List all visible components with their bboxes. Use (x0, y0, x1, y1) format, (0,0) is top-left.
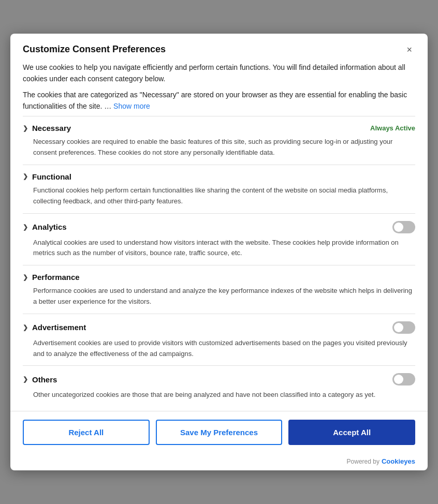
section-title-necessary: Necessary (32, 124, 71, 132)
chevron-icon-advertisement: ❯ (23, 324, 28, 331)
toggle-slider-others (392, 373, 415, 386)
chevron-icon-functional: ❯ (23, 173, 28, 180)
section-title-row-necessary: ❯ Necessary (23, 124, 71, 132)
section-header-performance[interactable]: ❯ Performance (23, 273, 415, 285)
toggle-wrapper-analytics[interactable] (392, 221, 415, 233)
section-title-others: Others (32, 375, 57, 384)
section-header-analytics[interactable]: ❯ Analytics (23, 221, 415, 236)
cookie-section-functional: ❯ Functional Functional cookies help per… (23, 165, 415, 213)
section-header-necessary[interactable]: ❯ Necessary Always Active (23, 124, 415, 136)
chevron-icon-necessary: ❯ (23, 125, 28, 132)
section-desc-necessary: Necessary cookies are required to enable… (23, 136, 415, 158)
cookie-section-advertisement: ❯ Advertisement Advertisement cookies ar… (23, 314, 415, 366)
modal-body: We use cookies to help you navigate effi… (10, 62, 428, 407)
section-desc-performance: Performance cookies are used to understa… (23, 285, 415, 307)
toggle-slider-analytics (392, 221, 415, 233)
consent-modal: Customize Consent Preferences × We use c… (10, 34, 428, 470)
toggle-wrapper-others[interactable] (392, 373, 415, 386)
reject-all-button[interactable]: Reject All (23, 420, 150, 445)
modal-footer: Reject All Save My Preferences Accept Al… (10, 411, 428, 453)
section-desc-advertisement: Advertisement cookies are used to provid… (23, 337, 415, 360)
section-title-row-analytics: ❯ Analytics (23, 223, 67, 231)
section-desc-analytics: Analytical cookies are used to understan… (23, 236, 415, 259)
toggle-wrapper-advertisement[interactable] (392, 321, 415, 334)
section-title-functional: Functional (32, 172, 71, 181)
toggle-others[interactable] (392, 373, 415, 386)
show-more-link[interactable]: Show more (113, 102, 150, 110)
powered-by-label: Powered by (347, 458, 379, 465)
section-header-others[interactable]: ❯ Others (23, 373, 415, 389)
section-header-advertisement[interactable]: ❯ Advertisement (23, 321, 415, 337)
chevron-icon-others: ❯ (23, 376, 28, 383)
section-desc-others: Other uncategorized cookies are those th… (23, 389, 415, 401)
powered-by-bar: Powered by Cookieyes (10, 453, 428, 470)
section-title-row-others: ❯ Others (23, 375, 57, 384)
cookie-section-necessary: ❯ Necessary Always Active Necessary cook… (23, 116, 415, 165)
cookie-section-others: ❯ Others Other uncategorized cookies are… (23, 365, 415, 407)
save-preferences-button[interactable]: Save My Preferences (156, 420, 283, 445)
toggle-slider-advertisement (392, 321, 415, 334)
cookie-section-analytics: ❯ Analytics Analytical cookies are used … (23, 213, 415, 265)
section-title-row-advertisement: ❯ Advertisement (23, 323, 86, 332)
toggle-advertisement[interactable] (392, 321, 415, 334)
cookieyes-brand: Cookieyes (382, 457, 415, 465)
cookie-section-performance: ❯ Performance Performance cookies are us… (23, 265, 415, 314)
chevron-icon-analytics: ❯ (23, 224, 28, 231)
section-title-advertisement: Advertisement (32, 323, 86, 332)
modal-header: Customize Consent Preferences × (10, 34, 428, 62)
intro-paragraph-2: The cookies that are categorized as "Nec… (23, 89, 415, 112)
toggle-analytics[interactable] (392, 221, 415, 233)
section-title-row-performance: ❯ Performance (23, 273, 80, 281)
intro-paragraph-1: We use cookies to help you navigate effi… (23, 62, 415, 85)
always-active-badge: Always Active (370, 124, 415, 132)
section-desc-functional: Functional cookies help perform certain … (23, 184, 415, 207)
chevron-icon-performance: ❯ (23, 274, 28, 281)
accept-all-button[interactable]: Accept All (288, 420, 415, 445)
modal-title: Customize Consent Preferences (23, 44, 166, 55)
section-title-performance: Performance (32, 273, 80, 281)
close-button[interactable]: × (403, 44, 415, 55)
section-title-row-functional: ❯ Functional (23, 172, 71, 181)
section-title-analytics: Analytics (32, 223, 67, 231)
cookie-sections: ❯ Necessary Always Active Necessary cook… (23, 116, 415, 407)
section-header-functional[interactable]: ❯ Functional (23, 172, 415, 184)
